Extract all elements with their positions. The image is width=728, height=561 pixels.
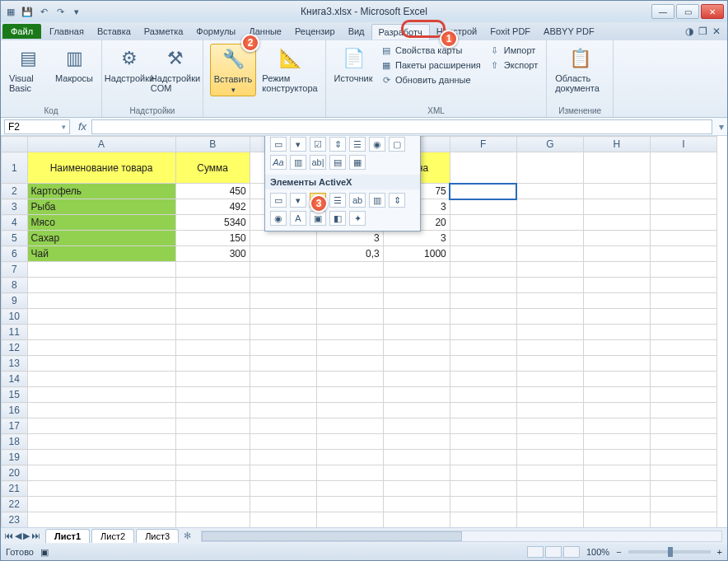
cell[interactable] [383,387,450,403]
row-header[interactable]: 4 [2,215,28,231]
cell[interactable] [316,262,383,278]
sheet-tab-1[interactable]: Лист1 [45,529,90,543]
sheet-nav-next-icon[interactable]: ▶ [23,531,30,541]
table-row[interactable]: 21 [2,481,717,497]
cell[interactable] [250,387,316,403]
cell[interactable]: 300 [175,246,250,262]
cell[interactable] [516,403,583,418]
macro-record-icon[interactable]: ▣ [40,547,49,558]
cell[interactable] [316,340,383,356]
row-header[interactable]: 2 [2,184,28,199]
cell[interactable] [450,309,516,325]
cell[interactable] [583,262,650,278]
cell[interactable] [316,465,383,481]
cell[interactable] [583,309,650,325]
cell[interactable] [583,152,650,184]
row-header[interactable]: 8 [2,278,28,293]
tab-home[interactable]: Главная [43,24,91,39]
cell[interactable] [27,278,175,293]
zoom-level[interactable]: 100% [586,547,609,557]
cell[interactable] [383,340,450,356]
cell[interactable] [316,418,383,434]
cell[interactable] [650,387,716,403]
cell[interactable] [316,512,383,528]
cell[interactable] [583,184,650,199]
cell[interactable] [175,403,250,418]
table-row[interactable]: 19 [2,450,717,465]
form-listbox-icon[interactable]: ☰ [349,137,366,152]
ribbon-minimize-icon[interactable]: ❐ [698,26,707,37]
cell[interactable] [383,481,450,497]
cell[interactable] [650,450,716,465]
cell[interactable] [450,356,516,372]
cell[interactable] [583,450,650,465]
tab-insert[interactable]: Вставка [91,24,138,39]
cell[interactable] [383,434,450,450]
document-area-button[interactable]: 📋 Область документа [553,44,606,95]
cell[interactable] [583,199,650,215]
cell[interactable] [450,278,516,293]
horizontal-scrollbar[interactable] [201,531,722,542]
view-page-layout-icon[interactable] [545,546,562,558]
zoom-in-icon[interactable]: + [717,547,722,557]
table-row[interactable]: 11 [2,325,717,340]
cell[interactable] [27,340,175,356]
cell[interactable] [383,450,450,465]
row-header[interactable]: 16 [2,403,28,418]
cell[interactable]: Чай [27,246,175,262]
cell[interactable] [383,465,450,481]
cell[interactable] [316,450,383,465]
cell[interactable] [250,340,316,356]
cell[interactable] [27,293,175,309]
cell[interactable] [516,387,583,403]
cell[interactable]: 3 [383,231,450,246]
table-row[interactable]: 22 [2,497,717,512]
cell[interactable] [27,434,175,450]
cell[interactable] [583,418,650,434]
col-header-H[interactable]: H [583,137,650,152]
cell[interactable] [450,512,516,528]
cell[interactable] [650,215,716,231]
form-checkbox-icon[interactable]: ☑ [310,137,326,152]
cell[interactable] [250,325,316,340]
name-box[interactable]: F2 ▾ [4,119,70,134]
cell[interactable]: 450 [175,184,250,199]
cell[interactable] [583,231,650,246]
row-header[interactable]: 3 [2,199,28,215]
workbook-close-icon[interactable]: ✕ [712,26,721,37]
cell[interactable] [583,246,650,262]
cell[interactable] [450,215,516,231]
cell[interactable] [383,309,450,325]
cell[interactable] [250,418,316,434]
cell[interactable] [450,497,516,512]
cell[interactable] [650,199,716,215]
fx-button[interactable]: fx [73,120,91,133]
cell[interactable] [27,450,175,465]
row-header[interactable]: 11 [2,325,28,340]
cell[interactable] [650,465,716,481]
cell[interactable] [27,356,175,372]
cell[interactable] [450,246,516,262]
cell[interactable] [450,372,516,387]
row-header[interactable]: 7 [2,262,28,278]
close-button[interactable]: ✕ [701,4,724,19]
cell[interactable] [516,278,583,293]
addins-button[interactable]: ⚙ Надстройки [109,44,150,85]
cell[interactable] [250,231,316,246]
row-header[interactable]: 9 [2,293,28,309]
tab-review[interactable]: Рецензир [288,24,342,39]
form-combo-edit-icon[interactable]: ▤ [329,155,346,170]
cell[interactable] [316,434,383,450]
cell[interactable] [450,184,516,199]
cell[interactable] [250,481,316,497]
cell[interactable] [450,465,516,481]
cell[interactable] [383,372,450,387]
row-header[interactable]: 20 [2,465,28,481]
cell[interactable] [516,246,583,262]
cell[interactable] [516,340,583,356]
cell[interactable] [450,403,516,418]
table-row[interactable]: 18 [2,434,717,450]
cell[interactable] [650,512,716,528]
sheet-nav-last-icon[interactable]: ⏭ [31,531,40,541]
row-header[interactable]: 17 [2,418,28,434]
